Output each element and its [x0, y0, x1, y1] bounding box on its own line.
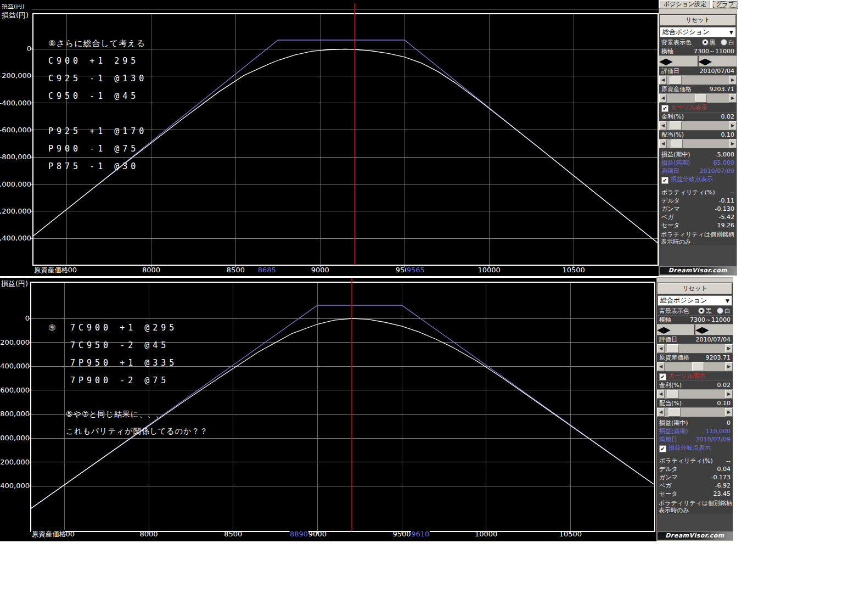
pl-chart-2[interactable]: 008000850090009500100001050088909610原資産価… [0, 276, 656, 541]
underlying-price-scrollbar[interactable]: ◀ ▶ [659, 93, 737, 103]
tab-graph[interactable]: グラフ [712, 0, 738, 9]
breakeven-display-checkbox[interactable]: ✔ [659, 445, 666, 452]
underlying-price-row: 原資産価格 9203.71 [659, 85, 737, 93]
breakeven-display-checkbox[interactable]: ✔ [661, 177, 668, 184]
scrollbar-thumb[interactable] [692, 362, 704, 371]
arrow-left-icon[interactable]: ◀ [657, 390, 665, 399]
arrow-right-icon[interactable]: ▶ [729, 76, 737, 85]
volatility-note-line2: 表示時のみ [659, 238, 737, 245]
dividend-scrollbar[interactable]: ◀ ▶ [659, 139, 737, 148]
tab-bar: ポジション設定 グラフ [660, 0, 738, 9]
arrow-left-icon[interactable]: ◀ [657, 408, 665, 417]
horizontal-axis-value: 7300～11000 [690, 316, 731, 324]
arrow-right-icon[interactable]: ▶ [725, 408, 733, 417]
arrow-right-icon[interactable]: ▶ [725, 390, 733, 399]
sidebar-filler [657, 514, 733, 531]
radio-black[interactable] [702, 39, 709, 46]
scrollbar-track[interactable] [667, 139, 729, 148]
arrow-left-icon[interactable]: ◀ [657, 324, 664, 335]
scrollbar-thumb[interactable] [671, 139, 683, 148]
expiry-date-label: 満期日 [661, 167, 679, 175]
scrollbar-track[interactable] [665, 344, 725, 353]
arrow-left-icon[interactable]: ◀ [695, 324, 702, 335]
axis-min-scrollbar[interactable]: ◀ ▶ [659, 56, 698, 66]
chart1-position-line: C900 +1 295 [48, 56, 139, 66]
scrollbar-thumb[interactable] [667, 344, 679, 353]
volatility-row: ボラティリティ(%) -- [659, 188, 737, 197]
scrollbar-track[interactable] [667, 121, 729, 130]
cursor-display-checkbox[interactable]: ✔ [661, 105, 668, 112]
position-type-select[interactable]: 総合ポジション ▼ [660, 27, 736, 37]
eval-date-value: 2010/07/04 [696, 336, 731, 343]
radio-white[interactable] [717, 307, 723, 314]
underlying-price-value: 9203.71 [706, 354, 731, 361]
volatility-label: ボラティリティ(%) [661, 188, 715, 197]
dividend-row: 配当(%) 0.10 [659, 130, 737, 139]
chevron-down-icon: ▼ [729, 30, 733, 35]
arrow-right-icon[interactable]: ▶ [664, 324, 670, 335]
scrollbar-track[interactable] [665, 408, 725, 417]
axis-max-scrollbar[interactable]: ◀ ▶ [699, 56, 737, 66]
pl-expiry-label: 損益(満期) [659, 427, 688, 435]
scrollbar-track[interactable] [667, 94, 729, 103]
app-window: 損益(円) 損益(円) 0080008500900095001000010500… [0, 0, 854, 616]
scrollbar-track[interactable] [665, 390, 725, 399]
arrow-right-icon[interactable]: ▶ [729, 121, 737, 130]
cursor-display-checkbox[interactable]: ✔ [659, 373, 666, 380]
tab-position-settings[interactable]: ポジション設定 [660, 0, 710, 9]
arrow-left-icon[interactable]: ◀ [659, 56, 666, 66]
expiry-payoff-line [31, 305, 655, 509]
chart2-note: ⑤や⑦と同じ結果に、、、 [66, 410, 164, 419]
radio-white[interactable] [721, 39, 727, 46]
reset-button[interactable]: リセット [658, 283, 732, 294]
volatility-value: -- [730, 189, 734, 196]
chart1-position-line: P875 -1 @30 [48, 161, 139, 171]
position-type-select[interactable]: 総合ポジション ▼ [658, 295, 732, 306]
arrow-left-icon[interactable]: ◀ [659, 94, 667, 103]
gamma-value: -0.130 [715, 205, 734, 212]
eval-date-scrollbar[interactable]: ◀ ▶ [659, 75, 737, 85]
reset-button[interactable]: リセット [660, 15, 736, 26]
volatility-row: ボラティリティ(%) -- [657, 457, 733, 465]
axis-min-scrollbar[interactable]: ◀ ▶ [657, 324, 694, 335]
clipped-window-strip [659, 9, 737, 14]
arrow-right-icon[interactable]: ▶ [725, 344, 733, 353]
arrow-left-icon[interactable]: ◀ [659, 121, 667, 130]
interest-rate-scrollbar[interactable]: ◀ ▶ [659, 121, 737, 130]
radio-black[interactable] [698, 307, 705, 314]
x-tick-label: 8500 [227, 266, 245, 274]
scrollbar-track[interactable] [665, 362, 725, 371]
dividend-scrollbar[interactable]: ◀ ▶ [657, 407, 733, 417]
interest-rate-row: 金利(%) 0.02 [659, 112, 737, 121]
interest-rate-row: 金利(%) 0.02 [657, 380, 733, 389]
arrow-left-icon[interactable]: ◀ [657, 344, 665, 353]
underlying-price-scrollbar[interactable]: ◀ ▶ [657, 362, 733, 371]
delta-row: デルタ 0.04 [657, 465, 733, 473]
x-axis-title: 原資産価格 [32, 530, 66, 538]
arrow-right-icon[interactable]: ▶ [666, 56, 672, 66]
arrow-right-icon[interactable]: ▶ [725, 362, 733, 371]
theta-label: セータ [661, 221, 680, 229]
horizontal-axis-row: 横軸 7300～11000 [659, 47, 737, 55]
arrow-right-icon[interactable]: ▶ [729, 94, 737, 103]
scrollbar-thumb[interactable] [670, 76, 682, 85]
volatility-value: -- [726, 457, 731, 464]
interest-rate-scrollbar[interactable]: ◀ ▶ [657, 389, 733, 399]
arrow-right-icon[interactable]: ▶ [702, 324, 709, 335]
scrollbar-thumb[interactable] [695, 94, 707, 103]
axis-max-scrollbar[interactable]: ◀ ▶ [695, 324, 733, 335]
scrollbar-thumb[interactable] [667, 390, 679, 399]
arrow-left-icon[interactable]: ◀ [659, 139, 667, 148]
eval-date-scrollbar[interactable]: ◀ ▶ [657, 344, 733, 353]
scrollbar-thumb[interactable] [668, 408, 681, 417]
arrow-left-icon[interactable]: ◀ [657, 362, 665, 371]
scrollbar-track[interactable] [667, 76, 729, 85]
cursor-display-row: ✔カーソル表示 [657, 371, 733, 380]
arrow-right-icon[interactable]: ▶ [705, 56, 712, 66]
scrollbar-thumb[interactable] [670, 121, 682, 130]
arrow-left-icon[interactable]: ◀ [699, 56, 705, 66]
gamma-row: ガンマ -0.130 [659, 205, 737, 213]
vega-label: ベガ [659, 481, 672, 490]
arrow-left-icon[interactable]: ◀ [659, 76, 667, 85]
arrow-right-icon[interactable]: ▶ [729, 139, 737, 148]
